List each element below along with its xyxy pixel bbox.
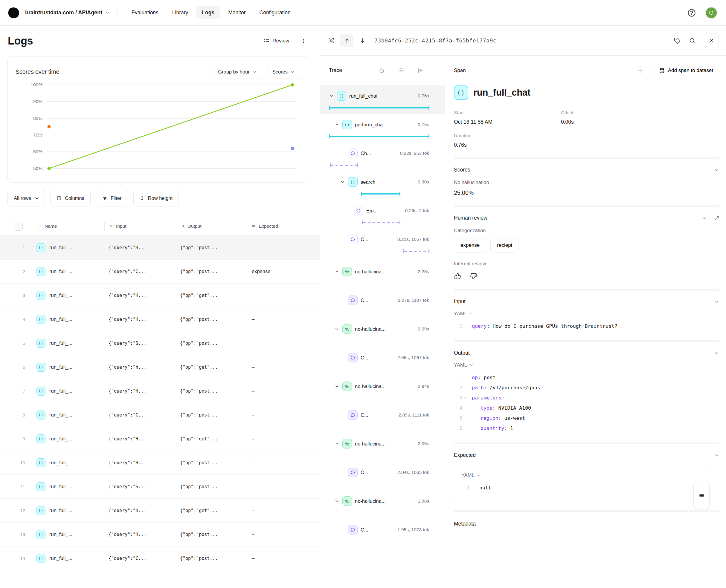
close-button[interactable] (704, 33, 719, 48)
search-icon[interactable] (689, 37, 695, 44)
column-header-output[interactable]: Output (176, 222, 247, 231)
trace-span-row[interactable]: %no-hallucina...2.28s (320, 257, 445, 286)
score-point-purple-point[interactable] (291, 147, 294, 150)
chevron-down-icon[interactable] (335, 441, 339, 446)
cell-name: ()run_full_... (33, 411, 104, 419)
chevron-down-icon[interactable] (335, 269, 339, 274)
scores-dropdown[interactable]: Scores (267, 65, 300, 79)
score-point-orange-point[interactable] (47, 125, 51, 128)
line-number: 2 (454, 383, 462, 393)
chevron-down-icon[interactable] (714, 351, 719, 356)
score-trend-green-point[interactable] (47, 167, 51, 170)
tab-evaluations[interactable]: Evaluations (126, 6, 164, 19)
chevron-down-icon[interactable] (329, 93, 334, 98)
trace-span-row[interactable]: ()run_full_chat0.76s (320, 85, 445, 114)
drag-handle-icon[interactable] (638, 67, 644, 74)
trace-span-row[interactable]: Em...0.29s, 2 tok (320, 200, 445, 229)
columns-button[interactable]: Columns (50, 190, 90, 207)
span-name-text: run_full_... (49, 364, 72, 370)
trace-span-row[interactable]: Ch...0.22s, 253 tok (320, 143, 445, 171)
trace-span-row[interactable]: C...2.89s, 1111 tok (320, 401, 445, 429)
chevron-down-icon[interactable] (335, 384, 339, 389)
trace-span-row[interactable]: ()perform_cha...0.75s (320, 114, 445, 143)
span-name-text: run_full_... (49, 340, 72, 346)
table-row[interactable]: 2()run_full_...{"query":"C...{"op":"post… (0, 260, 320, 284)
llm-icon (348, 295, 358, 305)
next-row-button[interactable] (356, 34, 369, 47)
help-icon[interactable] (687, 8, 696, 17)
function-icon: () (37, 554, 45, 563)
trace-span-row[interactable]: ()search0.30s (320, 171, 445, 200)
chevron-down-icon[interactable] (702, 216, 707, 220)
tab-logs[interactable]: Logs (196, 6, 220, 19)
project-selector[interactable]: braintrustdata.com / APIAgent (25, 9, 110, 16)
thumbs-down-icon[interactable] (470, 272, 477, 280)
stopwatch-icon[interactable] (379, 67, 385, 74)
add-span-to-dataset-button[interactable]: Add span to dataset (653, 63, 719, 78)
fold-placeholder (470, 483, 476, 493)
table-row[interactable]: 1()run_full_...{"query":"H...{"op":"post… (0, 236, 320, 260)
table-row[interactable]: 12()run_full_...{"query":"h...{"op":"get… (0, 499, 320, 523)
chevron-down-icon[interactable] (335, 327, 339, 331)
trace-span-row[interactable]: C...0.21s, 1057 tok (320, 229, 445, 257)
table-row[interactable]: 14()run_full_...{"query":"C...{"op":"pos… (0, 546, 320, 570)
row-height-button[interactable]: Row height (133, 190, 179, 207)
trace-span-row[interactable]: %no-hallucina...1.98s (320, 487, 445, 516)
align-start-icon[interactable] (418, 67, 424, 74)
trace-span-row[interactable]: C...2.06s, 1067 tok (320, 343, 445, 372)
tag-icon[interactable] (674, 37, 681, 44)
column-header-name[interactable]: Name (33, 222, 104, 231)
trace-span-row[interactable]: C...1.95s, 1073 tok (320, 516, 445, 544)
expand-icon[interactable] (714, 216, 719, 220)
thumbs-up-icon[interactable] (454, 272, 461, 280)
chevron-down-icon[interactable] (335, 122, 339, 127)
table-row[interactable]: 13()run_full_...{"query":"H...{"op":"pos… (0, 523, 320, 546)
chevron-down-icon[interactable] (340, 180, 345, 184)
categorization-chip-reciept[interactable]: reciept (490, 238, 519, 252)
trace-span-row[interactable]: %no-hallucina...2.09s (320, 315, 445, 343)
group-by-dropdown[interactable]: Group by hour (213, 65, 262, 79)
expected-format-dropdown[interactable]: YAML (461, 472, 481, 478)
cell-input: {"query":"H... (104, 532, 176, 537)
all-rows-dropdown[interactable]: All rows (7, 190, 45, 207)
table-row[interactable]: 11()run_full_...{"query":"S...{"op":"pos… (0, 475, 320, 499)
kebab-menu-icon[interactable] (301, 38, 306, 44)
scores-over-time-card: Scores over time Group by hour Scores 10… (7, 56, 308, 183)
table-row[interactable]: 4()run_full_...{"query":"H...{"op":"post… (0, 308, 320, 331)
table-row[interactable]: 9()run_full_...{"query":"H...{"op":"get"… (0, 427, 320, 451)
focus-span-icon[interactable] (328, 37, 335, 44)
table-row[interactable]: 7()run_full_...{"query":"H...{"op":"post… (0, 379, 320, 403)
column-header-input[interactable]: Input (104, 222, 176, 231)
row-number: 4 (0, 317, 33, 322)
filter-button[interactable]: Filter (96, 190, 128, 207)
trace-span-row[interactable]: C...2.27s, 1107 tok (320, 286, 445, 315)
table-row[interactable]: 6()run_full_...{"query":"h...{"op":"get"… (0, 355, 320, 379)
table-row[interactable]: 5()run_full_...{"query":"S...{"op":"post… (0, 331, 320, 355)
table-row[interactable]: 3()run_full_...{"query":"H...{"op":"get"… (0, 284, 320, 308)
chevron-down-icon[interactable] (714, 168, 719, 172)
fold-chevron-icon[interactable] (462, 393, 468, 403)
select-all-checkbox[interactable] (14, 222, 23, 231)
chevron-down-icon[interactable] (335, 499, 339, 503)
tab-library[interactable]: Library (166, 6, 194, 19)
input-format-dropdown[interactable]: YAML (454, 311, 473, 316)
view-options-button[interactable] (693, 482, 709, 509)
trace-span-row[interactable]: C...2.04s, 1065 tok (320, 458, 445, 487)
trace-span-row[interactable]: %no-hallucina...2.94s (320, 372, 445, 401)
table-row[interactable]: 10()run_full_...{"query":"H...{"op":"pos… (0, 451, 320, 475)
tab-configuration[interactable]: Configuration (254, 6, 296, 19)
chevron-down-icon[interactable] (714, 299, 719, 304)
previous-row-button[interactable] (340, 34, 354, 47)
output-format-dropdown[interactable]: YAML (454, 362, 473, 368)
chevron-down-icon[interactable] (714, 453, 719, 458)
trace-span-row[interactable]: %no-hallucina...2.06s (320, 429, 445, 458)
avatar[interactable]: O (705, 6, 718, 19)
collapse-vertical-icon[interactable] (398, 67, 404, 74)
categorization-chip-expense[interactable]: expense (454, 238, 486, 252)
brand-logo (8, 7, 19, 18)
tab-monitor[interactable]: Monitor (222, 6, 251, 19)
table-row[interactable]: 8()run_full_...{"query":"C...{"op":"post… (0, 403, 320, 427)
column-header-expected[interactable]: Expected (247, 222, 320, 231)
score-trend-green-point[interactable] (291, 83, 294, 86)
review-button[interactable]: Review (263, 38, 289, 44)
